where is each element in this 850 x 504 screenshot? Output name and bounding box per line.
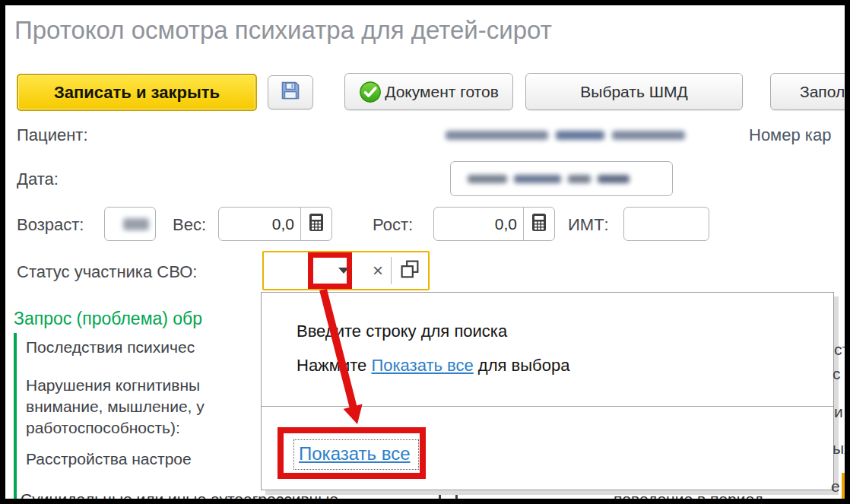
weight-label: Вес: xyxy=(173,215,206,235)
height-field[interactable]: 0,0 xyxy=(433,207,555,241)
section-green-line xyxy=(14,333,17,499)
section-line: внимание, мышление, у xyxy=(26,398,205,416)
calculator-icon xyxy=(531,213,547,235)
fill-button[interactable]: Запол xyxy=(770,73,845,110)
patient-name-redacted xyxy=(446,125,713,145)
save-and-close-button[interactable]: Записать и закрыть xyxy=(17,74,257,111)
popup-hint-line1: Введите строку для поиска xyxy=(297,322,507,341)
window-canvas: Протокол осмотра психиатра для детей-сир… xyxy=(5,5,845,499)
annotation-red-box-dropdown xyxy=(308,252,352,289)
svo-clear-button[interactable]: × xyxy=(365,262,391,280)
document-ready-label: Документ готов xyxy=(385,83,499,101)
svo-status-label: Статус участника СВО: xyxy=(17,262,197,282)
height-calculator-button[interactable] xyxy=(524,208,554,240)
age-field[interactable] xyxy=(104,207,156,241)
weight-value[interactable]: 0,0 xyxy=(219,208,300,240)
section-line: Нарушения когнитивны xyxy=(26,376,200,395)
edge-fragment: с xyxy=(833,365,841,383)
floppy-disk-icon xyxy=(280,80,301,105)
save-button[interactable] xyxy=(268,75,313,109)
focused-field-edge xyxy=(842,473,845,499)
section-title: Запрос (проблема) обр xyxy=(14,309,202,329)
select-shmd-button[interactable]: Выбрать ШМД xyxy=(525,73,743,110)
height-value[interactable]: 0,0 xyxy=(434,208,523,240)
card-number-label: Номер кар xyxy=(749,125,831,145)
show-all-inline-link[interactable]: Показать все xyxy=(371,356,473,375)
svo-choose-button[interactable] xyxy=(392,260,428,281)
bmi-field[interactable] xyxy=(623,207,709,241)
weight-field[interactable]: 0,0 xyxy=(218,207,332,241)
weight-calculator-button[interactable] xyxy=(301,208,331,240)
date-label: Дата: xyxy=(17,170,59,189)
screenshot-frame: Протокол осмотра психиатра для детей-сир… xyxy=(0,0,850,504)
edge-fragment: е xyxy=(831,477,840,496)
date-field[interactable] xyxy=(450,161,673,196)
age-label: Возраст: xyxy=(17,215,84,235)
popup-hint-line2: Нажмите Показать все для выбора xyxy=(297,356,569,376)
document-ready-button[interactable]: Документ готов xyxy=(344,73,513,110)
section-line: работоспособность): xyxy=(26,419,180,437)
section-line: Последствия психичес xyxy=(26,338,195,357)
popup-separator xyxy=(262,406,833,407)
bmi-label: ИМТ: xyxy=(568,215,609,235)
height-label: Рост: xyxy=(373,215,413,235)
calculator-icon xyxy=(309,213,324,235)
edge-fragment: ст xyxy=(834,341,845,359)
patient-label: Пациент: xyxy=(17,125,88,145)
edge-fragment: ых xyxy=(833,439,845,458)
annotation-red-box-showall xyxy=(278,427,426,479)
clear-x-icon: × xyxy=(373,260,383,281)
edge-fragment: и xyxy=(834,403,843,421)
section-line: Расстройства настрое xyxy=(26,450,192,468)
choose-from-list-icon xyxy=(401,260,419,281)
bottom-clipped-text-right: поведение в период xyxy=(614,490,763,499)
page-title: Протокол осмотра психиатра для детей-сир… xyxy=(14,16,552,45)
green-check-circle-icon xyxy=(359,81,382,103)
bottom-clipped-text-left: Суицидальные или иные аутоагрессивные xyxy=(21,490,338,499)
